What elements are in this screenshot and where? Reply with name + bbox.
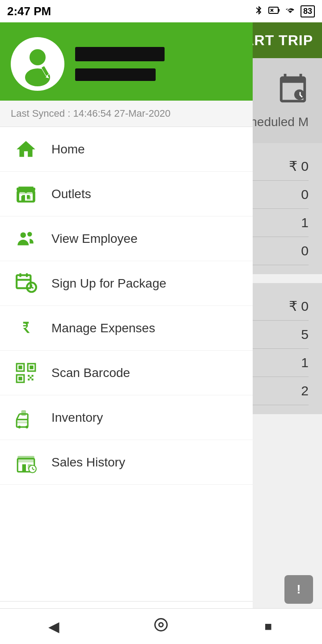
stat-value-2: 0 — [301, 187, 309, 202]
nav-bar: ◀ ■ — [0, 608, 322, 644]
nav-stop-button[interactable]: ■ — [253, 611, 284, 642]
svg-rect-17 — [27, 196, 30, 199]
svg-rect-45 — [21, 410, 25, 416]
menu-label-manage-expenses: Manage Expenses — [51, 321, 155, 335]
status-icons: 83 — [254, 4, 315, 19]
svg-point-44 — [25, 425, 28, 428]
svg-rect-0 — [269, 7, 278, 13]
svg-line-26 — [31, 287, 33, 288]
menu-item-view-employee[interactable]: View Employee — [0, 216, 253, 261]
home-icon — [13, 137, 38, 161]
status-time: 2:47 PM — [7, 4, 51, 18]
menu-label-scan-barcode: Scan Barcode — [51, 366, 130, 380]
menu-list: Home — [0, 127, 253, 644]
menu-item-scan-barcode[interactable]: Scan Barcode — [0, 351, 253, 395]
svg-rect-39 — [17, 421, 28, 423]
rupee-icon — [13, 316, 38, 340]
user-name-redacted — [75, 47, 165, 61]
nav-stop-icon: ■ — [265, 619, 272, 634]
svg-point-55 — [155, 619, 167, 631]
menu-label-sales-history: Sales History — [51, 455, 125, 470]
menu-label-home: Home — [51, 142, 85, 157]
sidebar-header — [0, 22, 253, 101]
svg-point-18 — [20, 232, 26, 238]
battery-level-icon: 83 — [301, 5, 315, 17]
svg-rect-48 — [17, 456, 34, 458]
svg-rect-1 — [278, 9, 280, 12]
wifi-icon — [284, 5, 296, 17]
svg-rect-34 — [31, 375, 33, 377]
svg-rect-32 — [18, 377, 22, 380]
svg-rect-49 — [22, 464, 25, 472]
nav-back-icon: ◀ — [48, 618, 59, 635]
menu-label-view-employee: View Employee — [51, 232, 137, 246]
svg-point-6 — [30, 49, 46, 65]
menu-item-manage-expenses[interactable]: Manage Expenses — [0, 306, 253, 351]
avatar — [11, 37, 64, 91]
menu-item-sign-up-package[interactable]: Sign Up for Package — [0, 261, 253, 306]
svg-rect-35 — [28, 378, 30, 380]
svg-point-56 — [159, 623, 163, 627]
svg-rect-37 — [30, 377, 31, 378]
menu-item-sales-history[interactable]: Sales History — [0, 440, 253, 485]
svg-rect-33 — [28, 375, 30, 377]
menu-item-outlets[interactable]: Outlets — [0, 172, 253, 216]
calendar-clock-icon — [13, 271, 38, 296]
bg-alert-button[interactable]: ! — [284, 575, 313, 604]
svg-rect-20 — [17, 275, 30, 288]
svg-point-43 — [18, 425, 21, 428]
stat-value-7: 1 — [301, 355, 309, 370]
status-bar: 2:47 PM 83 — [0, 0, 322, 22]
menu-label-sign-up-package: Sign Up for Package — [51, 276, 166, 291]
last-synced-bar: Last Synced : 14:46:54 27-Mar-2020 — [0, 101, 253, 127]
stat-value-3: 1 — [301, 215, 309, 230]
store-icon — [13, 182, 38, 206]
stat-value-4: 0 — [301, 243, 309, 258]
svg-rect-47 — [17, 458, 34, 462]
menu-item-home[interactable]: Home — [0, 127, 253, 172]
menu-label-inventory: Inventory — [51, 411, 103, 425]
menu-item-inventory[interactable]: Inventory — [0, 395, 253, 440]
bg-alert-icon: ! — [297, 582, 301, 597]
svg-rect-15 — [18, 190, 33, 194]
svg-point-19 — [27, 232, 32, 236]
inventory-icon — [13, 405, 38, 430]
nav-home-button[interactable] — [145, 611, 177, 642]
sales-history-icon — [13, 450, 38, 475]
battery-xmark-icon — [268, 6, 280, 17]
menu-label-outlets: Outlets — [51, 187, 91, 201]
last-synced-text: Last Synced : 14:46:54 27-Mar-2020 — [11, 108, 170, 119]
user-role-redacted — [75, 68, 156, 81]
user-info — [75, 47, 165, 81]
bluetooth-icon — [254, 4, 264, 19]
stat-value-5: ₹ 0 — [289, 298, 309, 314]
svg-line-40 — [17, 414, 19, 419]
svg-rect-28 — [18, 365, 22, 369]
employees-icon — [13, 226, 38, 251]
stat-value-1: ₹ 0 — [289, 158, 309, 174]
qr-icon — [13, 360, 38, 385]
main-layout: TART TRIP Scheduled M ₹ 0 0 1 — [0, 22, 322, 644]
stat-value-6: 5 — [301, 327, 309, 342]
stat-value-8: 2 — [301, 383, 309, 398]
nav-home-icon — [153, 617, 169, 636]
svg-rect-16 — [21, 196, 25, 202]
sidebar-drawer: Last Synced : 14:46:54 27-Mar-2020 Home — [0, 22, 253, 644]
bg-calendar-icon — [277, 72, 309, 110]
svg-rect-30 — [30, 365, 33, 369]
battery-percent: 83 — [303, 7, 312, 16]
nav-back-button[interactable]: ◀ — [38, 611, 69, 642]
svg-rect-36 — [31, 378, 33, 380]
